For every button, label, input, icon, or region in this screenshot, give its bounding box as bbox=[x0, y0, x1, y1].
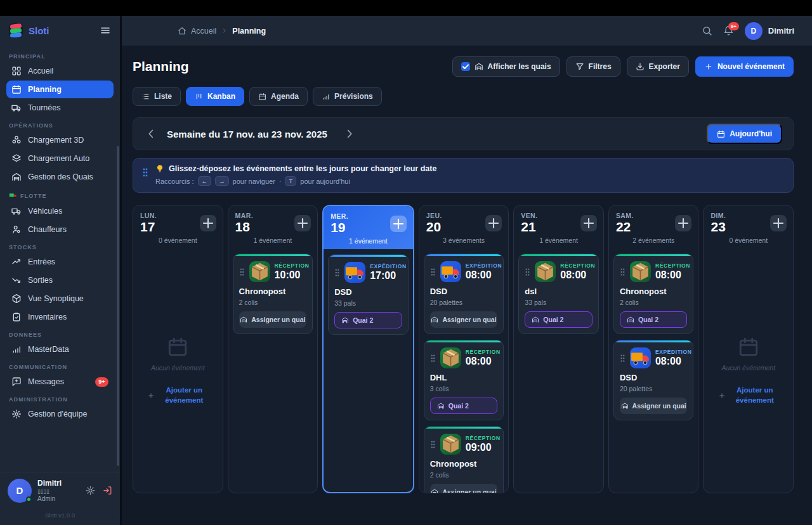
assign-dock-button[interactable]: Assigner un quai bbox=[430, 484, 498, 493]
sidebar-item-chargement-auto[interactable]: Chargement Auto bbox=[6, 150, 114, 167]
event-card[interactable]: RÉCEPTION08:00DHL3 colisQuai 2 bbox=[424, 340, 504, 420]
drag-handle-icon[interactable] bbox=[430, 268, 436, 276]
drag-handle-icon[interactable] bbox=[430, 440, 436, 449]
sidebar-item-accueil[interactable]: Accueil bbox=[6, 62, 114, 80]
warehouse-icon bbox=[621, 402, 629, 410]
drag-handle-icon[interactable] bbox=[430, 354, 436, 363]
drag-handle-icon[interactable] bbox=[525, 268, 530, 276]
day-column-sam-22: SAM.222 événementsRÉCEPTION08:00Chronopo… bbox=[608, 205, 699, 493]
add-event-button[interactable] bbox=[580, 215, 597, 231]
assign-dock-button[interactable]: Assigner un quai bbox=[430, 311, 498, 328]
event-type-label: RÉCEPTION bbox=[466, 435, 498, 441]
breadcrumb-home[interactable]: Accueil bbox=[191, 27, 216, 36]
sidebar-item-masterdata[interactable]: MasterData bbox=[6, 340, 114, 358]
sidebar-item-vue-synoptique[interactable]: Vue Synoptique bbox=[6, 290, 114, 308]
tip-banner: Glissez-déposez les événements entre les… bbox=[133, 158, 794, 193]
package-icon bbox=[440, 347, 461, 368]
breadcrumb-current: Planning bbox=[232, 27, 266, 36]
day-column-header: LUN.170 événement bbox=[133, 205, 223, 249]
drag-handle-icon[interactable] bbox=[620, 354, 625, 363]
sidebar-item-chargement-3d[interactable]: Chargement 3D bbox=[6, 131, 114, 149]
tab-agenda[interactable]: Agenda bbox=[249, 87, 308, 106]
sidebar-item-inventaires[interactable]: Inventaires bbox=[6, 308, 114, 326]
add-event-button[interactable] bbox=[770, 215, 787, 231]
sidebar-item-gestion-des-quais[interactable]: Gestion des Quais bbox=[6, 168, 114, 186]
warehouse-icon bbox=[532, 316, 539, 323]
add-event-link[interactable]: Ajouter un événement bbox=[147, 386, 208, 405]
user-meta: ▯▯▯▯ bbox=[37, 488, 62, 495]
package-icon bbox=[249, 261, 270, 282]
sidebar-item-label: Vue Synoptique bbox=[28, 294, 84, 303]
dock-badge[interactable]: Quai 2 bbox=[620, 311, 688, 328]
sidebar-scrollbar[interactable] bbox=[117, 146, 119, 466]
add-event-button[interactable] bbox=[390, 216, 407, 232]
search-icon[interactable] bbox=[702, 25, 712, 36]
user-menu[interactable]: D Dimitri bbox=[745, 22, 794, 40]
drag-handle-icon[interactable] bbox=[334, 268, 340, 277]
sidebar-item-messages[interactable]: Messages9+ bbox=[6, 373, 114, 391]
event-quantity: 3 colis bbox=[430, 385, 498, 392]
event-time: 08:00 bbox=[655, 269, 688, 281]
assign-dock-button[interactable]: Assigner un quai bbox=[239, 311, 307, 328]
event-card[interactable]: EXPÉDITION08:00DSD20 palettesAssigner un… bbox=[424, 254, 504, 334]
theme-toggle-icon[interactable] bbox=[86, 486, 95, 495]
drag-handle-icon[interactable] bbox=[239, 268, 245, 276]
app-version: Sloti v1.0.0 bbox=[0, 508, 120, 525]
day-column-jeu-20: JEU.203 événementsEXPÉDITION08:00DSD20 p… bbox=[419, 205, 509, 493]
today-button[interactable]: Aujourd'hui bbox=[707, 124, 782, 144]
notifications-button[interactable]: 9+ bbox=[723, 25, 734, 36]
event-time: 08:00 bbox=[560, 269, 593, 281]
previous-week-button[interactable] bbox=[144, 127, 158, 141]
events-list: RÉCEPTION08:00dsl33 palsQuai 2 bbox=[514, 249, 603, 493]
tab-kanban[interactable]: Kanban bbox=[186, 87, 244, 106]
event-count: 1 événement bbox=[235, 237, 311, 244]
next-week-button[interactable] bbox=[343, 127, 357, 141]
dock-badge[interactable]: Quai 2 bbox=[334, 312, 402, 328]
events-list: EXPÉDITION08:00DSD20 palettesAssigner un… bbox=[419, 249, 509, 493]
assign-dock-button[interactable]: Assigner un quai bbox=[620, 398, 688, 414]
add-event-link[interactable]: Ajouter un événement bbox=[718, 386, 779, 405]
sidebar-item-entrees[interactable]: Entrées bbox=[6, 253, 114, 271]
kanban-board: LUN.170 événementAucun événementAjouter … bbox=[133, 205, 794, 493]
drag-handle-icon[interactable] bbox=[620, 268, 625, 276]
event-quantity: 33 pals bbox=[525, 299, 593, 306]
new-event-button[interactable]: Nouvel événement bbox=[695, 56, 794, 77]
event-card[interactable]: RÉCEPTION10:00Chronopost2 colisAssigner … bbox=[233, 254, 313, 334]
calendar-icon bbox=[738, 336, 759, 358]
event-card[interactable]: EXPÉDITION17:00DSD33 palsQuai 2 bbox=[328, 254, 409, 335]
add-event-button[interactable] bbox=[485, 215, 502, 231]
tab-previsions[interactable]: Prévisions bbox=[313, 87, 382, 106]
sidebar-item-gestion-d-equipe[interactable]: Gestion d'équipe bbox=[6, 405, 114, 423]
sidebar-collapse-icon[interactable] bbox=[100, 25, 111, 36]
add-event-button[interactable] bbox=[200, 215, 216, 231]
view-switcher: ListeKanbanAgendaPrévisions bbox=[133, 87, 794, 106]
event-title: Chronopost bbox=[430, 459, 498, 469]
export-button[interactable]: Exporter bbox=[627, 56, 689, 77]
plus-icon bbox=[718, 392, 726, 399]
event-time: 10:00 bbox=[275, 269, 307, 281]
sidebar-item-chauffeurs[interactable]: Chauffeurs bbox=[6, 221, 114, 238]
day-column-header: VEN.211 événement bbox=[514, 205, 603, 249]
filters-button[interactable]: Filtres bbox=[566, 56, 620, 77]
sidebar-item-planning[interactable]: Planning bbox=[6, 81, 114, 98]
dock-badge[interactable]: Quai 2 bbox=[525, 311, 593, 328]
show-docks-toggle[interactable]: Afficher les quais bbox=[452, 56, 560, 77]
event-card[interactable]: RÉCEPTION09:00Chronopost2 colisAssigner … bbox=[424, 426, 504, 493]
add-event-button[interactable] bbox=[294, 215, 311, 231]
drag-handle-icon[interactable] bbox=[142, 167, 148, 178]
avatar[interactable]: D bbox=[8, 479, 32, 503]
sidebar-item-sorties[interactable]: Sorties bbox=[6, 271, 114, 289]
nav-section-label-stocks: STOCKS bbox=[9, 244, 111, 250]
logout-icon[interactable] bbox=[103, 486, 112, 495]
sidebar-item-tournees[interactable]: Tournées bbox=[6, 99, 114, 117]
package-icon bbox=[535, 261, 556, 282]
sidebar-item-vehicules[interactable]: Véhicules bbox=[6, 202, 114, 220]
checkbox-checked-icon[interactable] bbox=[461, 62, 470, 71]
event-card[interactable]: RÉCEPTION08:00dsl33 palsQuai 2 bbox=[518, 254, 599, 334]
add-event-button[interactable] bbox=[675, 215, 691, 231]
event-card[interactable]: EXPÉDITION08:00DSD20 palettesAssigner un… bbox=[613, 340, 694, 420]
tab-liste[interactable]: Liste bbox=[133, 87, 181, 106]
truck-icon bbox=[11, 103, 22, 113]
event-card[interactable]: RÉCEPTION08:00Chronopost2 colisQuai 2 bbox=[613, 254, 694, 334]
dock-badge[interactable]: Quai 2 bbox=[430, 398, 498, 414]
